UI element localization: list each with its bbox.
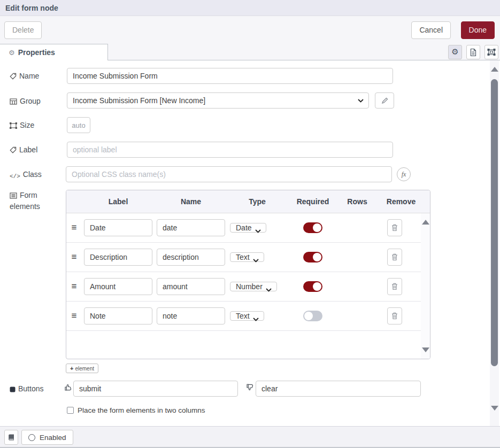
pencil-icon — [381, 97, 388, 104]
form-elements-field-label: Form elements — [10, 191, 40, 211]
form-element-row: ≡ Text — [66, 302, 430, 331]
label-input[interactable] — [67, 142, 393, 158]
size-button[interactable]: auto — [67, 117, 90, 133]
trash-icon — [391, 253, 398, 261]
cancel-button[interactable]: Cancel — [411, 21, 451, 39]
properties-gear-button[interactable]: ⚙ — [448, 45, 462, 59]
main-scrollbar[interactable] — [490, 60, 499, 426]
column-header-required: Required — [287, 197, 339, 206]
element-type-value: Date — [236, 223, 252, 232]
edit-form-node-dialog: Edit form node Delete Cancel Done ⚙Prope… — [0, 0, 500, 448]
delete-element-button[interactable] — [387, 249, 402, 266]
gear-icon: ⚙ — [9, 49, 15, 57]
dialog-button-bar: Delete Cancel Done — [0, 16, 500, 44]
chevron-down-icon — [266, 288, 272, 292]
form-element-row: ≡ Number — [66, 272, 430, 302]
drag-handle-icon[interactable]: ≡ — [66, 311, 82, 321]
column-header-name: Name — [155, 197, 227, 206]
element-type-select[interactable]: Text — [230, 252, 264, 262]
appearance-button[interactable] — [484, 45, 498, 59]
element-type-select[interactable]: Number — [230, 282, 277, 291]
group-field-label: Group — [10, 97, 41, 105]
element-type-select[interactable]: Text — [230, 311, 264, 321]
scrollbar-thumb[interactable] — [491, 79, 498, 366]
scroll-up-arrow-icon[interactable] — [422, 220, 429, 225]
tag-icon — [10, 146, 17, 153]
style-expression-button[interactable]: fx — [397, 167, 411, 181]
scroll-down-arrow-icon[interactable] — [491, 406, 498, 411]
drag-handle-icon[interactable]: ≡ — [66, 281, 82, 292]
chevron-down-icon — [253, 259, 259, 262]
tab-properties-label: Properties — [18, 48, 55, 57]
plus-icon: + — [70, 365, 73, 372]
element-label-input[interactable] — [84, 307, 152, 325]
required-toggle[interactable] — [303, 281, 322, 292]
list-alt-icon — [10, 192, 17, 199]
scroll-up-arrow-icon[interactable] — [491, 67, 498, 72]
column-header-rows: Rows — [339, 197, 376, 206]
element-label-input[interactable] — [84, 249, 152, 266]
delete-element-button[interactable] — [387, 278, 402, 295]
description-button[interactable] — [466, 45, 480, 59]
column-header-type: Type — [227, 197, 287, 206]
done-button[interactable]: Done — [461, 21, 495, 39]
group-select[interactable]: Income Submission Form [New Income] — [67, 92, 369, 109]
required-toggle[interactable] — [303, 222, 322, 233]
element-label-input[interactable] — [84, 219, 152, 236]
delete-button[interactable]: Delete — [4, 21, 42, 39]
required-toggle[interactable] — [303, 311, 322, 321]
element-name-input[interactable] — [157, 307, 225, 325]
drag-handle-icon[interactable]: ≡ — [66, 252, 82, 262]
enabled-label: Enabled — [40, 434, 66, 442]
dialog-title: Edit form node — [0, 0, 500, 16]
element-type-value: Text — [236, 253, 250, 261]
properties-form: Name Group Income Submission Form [New I… — [0, 60, 500, 426]
form-element-row: ≡ Text — [66, 243, 430, 272]
column-header-remove: Remove — [376, 197, 426, 206]
add-element-button[interactable]: + element — [66, 364, 98, 373]
table-scrollbar[interactable] — [421, 213, 430, 359]
node-help-button[interactable] — [4, 430, 18, 445]
element-name-input[interactable] — [157, 219, 225, 236]
appearance-icon — [487, 48, 496, 56]
table-icon — [10, 98, 17, 105]
element-type-value: Text — [236, 312, 250, 320]
class-input[interactable] — [66, 166, 392, 182]
element-label-input[interactable] — [84, 278, 152, 295]
name-input[interactable] — [67, 68, 393, 84]
scroll-down-arrow-icon[interactable] — [422, 347, 429, 352]
edit-group-button[interactable] — [375, 92, 394, 109]
enabled-circle-icon — [28, 434, 35, 441]
tag-icon — [10, 73, 17, 80]
form-elements-table-header: Label Name Type Required Rows Remove — [66, 190, 430, 213]
delete-element-button[interactable] — [387, 219, 402, 236]
gear-icon: ⚙ — [451, 48, 458, 56]
element-name-input[interactable] — [157, 249, 225, 266]
book-icon — [7, 434, 15, 441]
element-type-value: Number — [236, 282, 263, 291]
code-icon: </> — [10, 173, 20, 180]
form-elements-table: Label Name Type Required Rows Remove ≡ D… — [66, 190, 430, 359]
node-enabled-toggle-button[interactable]: Enabled — [21, 430, 73, 445]
chevron-down-icon — [255, 229, 261, 233]
required-toggle[interactable] — [303, 252, 322, 262]
form-elements-rows: ≡ Date ≡ — [66, 213, 430, 359]
tab-tools: ⚙ — [448, 44, 498, 60]
dialog-footer: Enabled — [0, 426, 500, 448]
clear-button-text-input[interactable] — [256, 381, 421, 397]
delete-element-button[interactable] — [387, 307, 402, 325]
chevron-down-icon — [253, 318, 259, 321]
object-group-icon — [10, 122, 17, 129]
element-type-select[interactable]: Date — [230, 223, 266, 233]
fx-icon: fx — [402, 171, 406, 179]
drag-handle-icon[interactable]: ≡ — [66, 222, 82, 233]
element-name-input[interactable] — [157, 278, 225, 295]
column-header-label: Label — [82, 197, 155, 206]
editor-tab-bar: ⚙Properties ⚙ — [0, 44, 500, 60]
submit-button-text-input[interactable] — [73, 381, 238, 397]
tab-properties[interactable]: ⚙Properties — [0, 44, 108, 60]
two-columns-option: Place the form elements in two columns — [67, 406, 205, 414]
thumbs-up-icon — [64, 383, 72, 391]
two-columns-checkbox-label: Place the form elements in two columns — [78, 406, 205, 414]
two-columns-checkbox[interactable] — [67, 407, 74, 414]
